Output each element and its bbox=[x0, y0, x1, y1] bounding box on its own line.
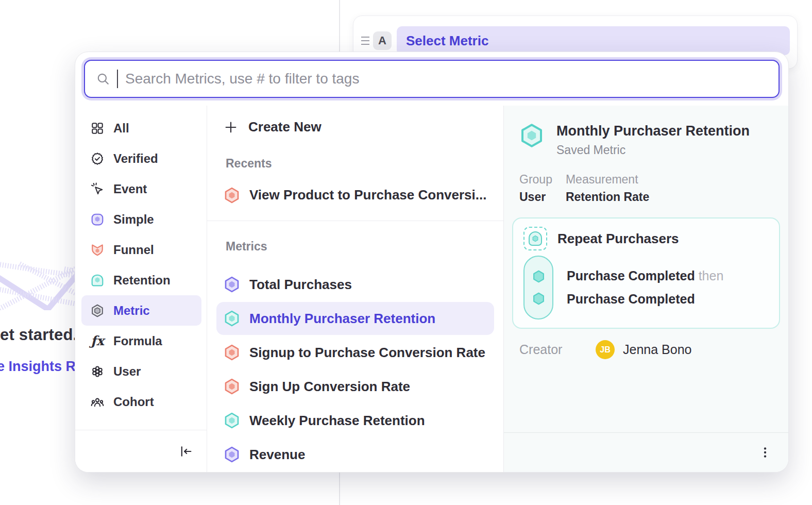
retention-icon bbox=[91, 274, 104, 287]
metric-item-label: Weekly Purchase Retention bbox=[249, 413, 425, 429]
sidebar-item-metric[interactable]: Metric bbox=[81, 295, 201, 326]
simple-metric-icon bbox=[224, 446, 240, 463]
detail-footer bbox=[504, 432, 788, 472]
metric-item-sign-up-conversion-rate[interactable]: Sign Up Conversion Rate bbox=[216, 370, 494, 403]
sidebar-item-label: Metric bbox=[113, 304, 150, 318]
sidebar-item-label: Cohort bbox=[113, 395, 154, 409]
metric-item-label: Sign Up Conversion Rate bbox=[249, 379, 410, 395]
metric-item-label: Signup to Purchase Conversion Rate bbox=[249, 345, 485, 361]
retention-metric-icon bbox=[224, 310, 240, 327]
sidebar-item-cohort[interactable]: Cohort bbox=[81, 386, 201, 417]
search-icon bbox=[96, 72, 110, 86]
event-hexagon-icon bbox=[532, 270, 546, 283]
metric-hexagon-icon bbox=[91, 304, 104, 317]
metric-row-letter-badge: A bbox=[373, 31, 392, 50]
sidebar-item-label: Retention bbox=[113, 273, 171, 288]
simple-metric-icon bbox=[91, 213, 104, 226]
retention-metric-icon bbox=[224, 412, 240, 429]
cohort-definition-icon bbox=[523, 227, 547, 250]
metric-item-label: Revenue bbox=[249, 447, 305, 463]
sidebar-item-retention[interactable]: Retention bbox=[81, 265, 201, 295]
creator-name: Jenna Bono bbox=[623, 342, 691, 357]
metric-item-monthly-purchaser-retention[interactable]: Monthly Purchaser Retention bbox=[216, 302, 494, 335]
sidebar-item-label: Event bbox=[113, 182, 147, 196]
list-divider bbox=[207, 221, 503, 221]
sidebar-item-label: All bbox=[113, 121, 129, 136]
metric-list-column: Create New Recents View Product to Purch… bbox=[207, 106, 503, 472]
cursor-click-icon bbox=[91, 182, 104, 196]
funnel-icon bbox=[91, 243, 104, 257]
formula-fx-icon: ƒx bbox=[91, 334, 104, 348]
definition-step-2: Purchase Completed bbox=[567, 292, 723, 307]
creator-label: Creator bbox=[519, 342, 596, 357]
sidebar-item-user[interactable]: User bbox=[81, 356, 201, 386]
cohort-people-icon bbox=[91, 395, 104, 409]
sidebar-item-label: Verified bbox=[113, 152, 158, 166]
sidebar-item-label: User bbox=[113, 364, 141, 379]
category-sidebar: All Verified Event bbox=[75, 106, 207, 472]
sidebar-item-formula[interactable]: ƒx Formula bbox=[81, 326, 201, 356]
grid-icon bbox=[91, 122, 104, 135]
verified-seal-icon bbox=[91, 152, 104, 165]
recent-metric-item[interactable]: View Product to Purchase Conversi... bbox=[216, 183, 494, 207]
creator-avatar: JB bbox=[596, 340, 615, 359]
collapse-left-icon[interactable] bbox=[179, 444, 193, 459]
metric-item-signup-to-purchase-conversion-rate[interactable]: Signup to Purchase Conversion Rate bbox=[216, 336, 494, 369]
recent-metric-label: View Product to Purchase Conversi... bbox=[249, 187, 486, 203]
group-meta: Group User bbox=[519, 173, 552, 204]
metric-picker-modal: All Verified Event bbox=[75, 52, 789, 473]
kebab-menu-icon[interactable] bbox=[758, 446, 772, 459]
search-input[interactable] bbox=[125, 71, 767, 87]
metric-item-total-purchases[interactable]: Total Purchases bbox=[216, 268, 494, 301]
sidebar-item-funnel[interactable]: Funnel bbox=[81, 234, 201, 265]
step-connector: then bbox=[699, 268, 724, 283]
metrics-section-label: Metrics bbox=[226, 240, 503, 254]
detail-title: Monthly Purchaser Retention bbox=[556, 123, 750, 139]
background-insights-report-link[interactable]: e Insights Re bbox=[0, 359, 83, 375]
sidebar-item-all[interactable]: All bbox=[81, 113, 201, 143]
hexagon-icon bbox=[532, 235, 539, 242]
metric-item-revenue[interactable]: Revenue bbox=[216, 438, 494, 471]
metric-item-weekly-purchase-retention[interactable]: Weekly Purchase Retention bbox=[216, 404, 494, 437]
search-bar[interactable] bbox=[84, 60, 780, 98]
select-metric-dropdown[interactable]: Select Metric bbox=[397, 26, 790, 55]
text-cursor bbox=[117, 70, 118, 88]
group-label: Group bbox=[519, 173, 552, 187]
creator-row: Creator JB Jenna Bono bbox=[519, 340, 773, 359]
drag-handle-icon[interactable] bbox=[359, 30, 372, 51]
create-new-label: Create New bbox=[248, 119, 322, 135]
metric-item-label: Total Purchases bbox=[249, 277, 352, 293]
metric-definition-card: Repeat Purchasers Purchase Completed the… bbox=[512, 217, 780, 329]
event-hexagon-icon bbox=[532, 292, 546, 306]
recents-section-label: Recents bbox=[226, 157, 503, 171]
measurement-meta: Measurement Retention Rate bbox=[566, 173, 649, 204]
sidebar-item-event[interactable]: Event bbox=[81, 174, 201, 204]
sidebar-item-verified[interactable]: Verified bbox=[81, 143, 201, 174]
definition-title: Repeat Purchasers bbox=[557, 231, 679, 247]
definition-step-1: Purchase Completed then bbox=[567, 268, 723, 283]
group-value: User bbox=[519, 190, 552, 204]
sidebar-item-label: Formula bbox=[113, 334, 162, 348]
user-cluster-icon bbox=[91, 365, 104, 378]
event-sequence-capsule bbox=[523, 256, 553, 319]
detail-subtitle: Saved Metric bbox=[556, 143, 750, 157]
sidebar-item-label: Funnel bbox=[113, 243, 154, 257]
metric-detail-panel: Monthly Purchaser Retention Saved Metric… bbox=[503, 106, 788, 472]
retention-metric-icon bbox=[519, 123, 544, 148]
create-new-button[interactable]: Create New bbox=[224, 116, 503, 138]
funnel-metric-icon bbox=[224, 378, 240, 395]
background-headline-fragment: et started. bbox=[0, 326, 77, 344]
plus-icon bbox=[224, 120, 238, 134]
sidebar-item-simple[interactable]: Simple bbox=[81, 204, 201, 234]
sidebar-item-label: Simple bbox=[113, 212, 154, 227]
measurement-label: Measurement bbox=[566, 173, 649, 187]
simple-metric-icon bbox=[224, 276, 240, 293]
funnel-metric-icon bbox=[224, 344, 240, 361]
metric-item-label: Monthly Purchaser Retention bbox=[249, 311, 435, 327]
sidebar-footer bbox=[75, 430, 207, 472]
measurement-value: Retention Rate bbox=[566, 190, 649, 204]
funnel-metric-icon bbox=[224, 187, 240, 204]
